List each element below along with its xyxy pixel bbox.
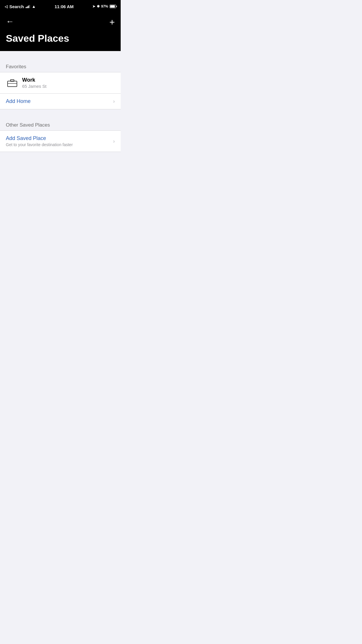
add-button[interactable]: +	[109, 18, 115, 27]
add-home-content: Add Home	[6, 98, 113, 104]
battery-icon	[110, 5, 116, 8]
add-saved-place-chevron: ›	[113, 138, 115, 144]
signal-bar-3	[28, 6, 29, 8]
favorites-section-header: Favorites	[0, 62, 121, 72]
status-bar-left: ◁ Search ▲	[5, 4, 36, 9]
add-home-item[interactable]: Add Home ›	[0, 94, 121, 109]
briefcase-icon	[7, 79, 17, 87]
status-bar-time: 11:06 AM	[55, 4, 73, 9]
signal-bar-1	[26, 7, 27, 8]
add-home-label: Add Home	[6, 98, 113, 104]
wifi-icon: ▲	[32, 4, 36, 9]
battery-percent: 97%	[101, 4, 108, 8]
add-home-chevron: ›	[113, 98, 115, 104]
bluetooth-icon: ✱	[97, 4, 100, 8]
header-bar: ← +	[0, 13, 121, 33]
add-saved-place-content: Add Saved Place Get to your favorite des…	[6, 135, 113, 147]
svg-rect-1	[10, 80, 14, 81]
signal-bars	[26, 5, 30, 8]
svg-rect-0	[8, 81, 17, 87]
section-gap-1	[0, 51, 121, 62]
other-saved-places-label: Other Saved Places	[6, 122, 50, 128]
back-button[interactable]: ←	[6, 18, 14, 26]
location-icon: ➤	[92, 4, 95, 8]
add-saved-place-subtitle: Get to your favorite destination faster	[6, 142, 113, 147]
work-item-title: Work	[22, 77, 115, 83]
page-title-section: Saved Places	[0, 33, 121, 51]
status-bar-right: ➤ ✱ 97%	[92, 4, 116, 8]
add-saved-place-label: Add Saved Place	[6, 135, 113, 141]
other-saved-places-section-header: Other Saved Places	[0, 120, 121, 131]
back-carrier-icon: ◁	[5, 4, 8, 9]
signal-bar-2	[27, 6, 28, 8]
favorites-label: Favorites	[6, 64, 26, 69]
work-item-subtitle: 65 James St	[22, 84, 115, 89]
carrier-label: Search	[9, 4, 24, 9]
background-fill	[0, 152, 121, 269]
work-item[interactable]: Work 65 James St	[0, 72, 121, 94]
section-gap-2	[0, 109, 121, 120]
add-saved-place-item[interactable]: Add Saved Place Get to your favorite des…	[0, 131, 121, 152]
signal-bar-4	[29, 5, 30, 8]
page-title: Saved Places	[6, 33, 115, 44]
battery-fill	[110, 5, 115, 8]
status-bar: ◁ Search ▲ 11:06 AM ➤ ✱ 97%	[0, 0, 121, 13]
work-icon-container	[6, 76, 19, 89]
work-item-content: Work 65 James St	[22, 77, 115, 89]
